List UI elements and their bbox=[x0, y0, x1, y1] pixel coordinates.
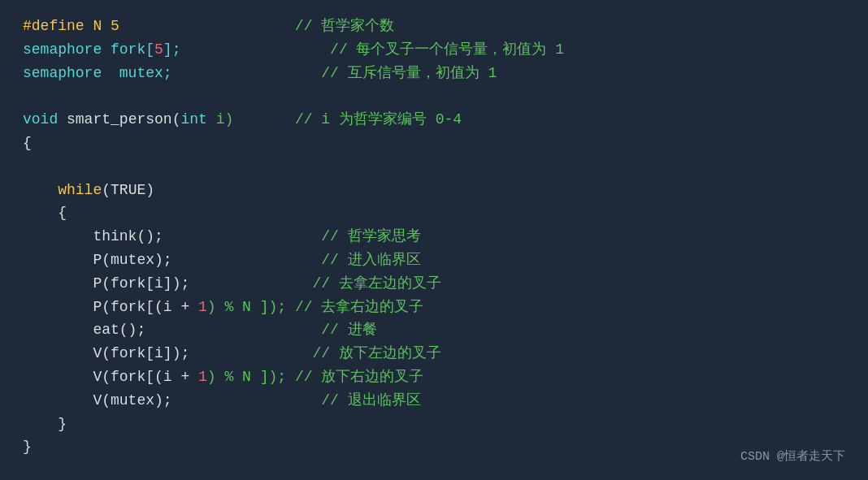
code-container: #define N 5 // 哲学家个数semaphore fork[5]; /… bbox=[0, 0, 868, 480]
code-token: V(fork[(i + bbox=[23, 365, 198, 389]
code-line: eat(); // 进餐 bbox=[23, 318, 845, 342]
code-line: } bbox=[23, 413, 845, 436]
code-line: { bbox=[23, 132, 845, 155]
code-token: think(); bbox=[23, 225, 163, 249]
watermark: CSDN @恒者走天下 bbox=[740, 448, 845, 467]
code-token: smart_person( bbox=[58, 108, 180, 132]
code-token: while bbox=[58, 179, 102, 202]
code-line: P(fork[(i + 1) % N ]); // 去拿右边的叉子 bbox=[23, 296, 845, 319]
code-line: V(mutex); // 退出临界区 bbox=[23, 389, 845, 413]
code-token: 1 bbox=[198, 296, 207, 319]
code-token: V(fork[i]); bbox=[23, 342, 189, 365]
code-line: void smart_person(int i) // i 为哲学家编号 0-4 bbox=[23, 108, 845, 132]
code-token: 1 bbox=[198, 365, 207, 389]
code-line: P(fork[i]); // 去拿左边的叉子 bbox=[23, 272, 845, 296]
code-token: semaphore mutex; bbox=[23, 62, 172, 85]
code-token: // 放下左边的叉子 bbox=[189, 342, 441, 365]
code-line bbox=[23, 155, 845, 179]
code-token: void bbox=[23, 108, 58, 132]
code-line: semaphore mutex; // 互斥信号量，初值为 1 bbox=[23, 62, 845, 85]
code-line: #define N 5 // 哲学家个数 bbox=[23, 15, 845, 38]
code-line: P(mutex); // 进入临界区 bbox=[23, 249, 845, 272]
code-token: } bbox=[23, 413, 67, 436]
code-token: { bbox=[23, 201, 67, 225]
code-token: P(mutex); bbox=[23, 249, 172, 272]
code-token: ]; bbox=[163, 38, 181, 62]
code-token: ) % N ]); // 放下右边的叉子 bbox=[207, 365, 423, 389]
code-token: (TRUE) bbox=[102, 179, 154, 202]
code-line: V(fork[i]); // 放下左边的叉子 bbox=[23, 342, 845, 365]
code-token: P(fork[i]); bbox=[23, 272, 189, 296]
code-token: // 进餐 bbox=[145, 318, 376, 342]
code-line: { bbox=[23, 201, 845, 225]
code-line: semaphore fork[5]; // 每个叉子一个信号量，初值为 1 bbox=[23, 38, 845, 62]
code-line: think(); // 哲学家思考 bbox=[23, 225, 845, 249]
code-block: #define N 5 // 哲学家个数semaphore fork[5]; /… bbox=[23, 15, 845, 459]
code-token: eat(); bbox=[23, 318, 145, 342]
code-token: i) // i 为哲学家编号 0-4 bbox=[207, 108, 462, 132]
code-line: V(fork[(i + 1) % N ]); // 放下右边的叉子 bbox=[23, 365, 845, 389]
code-token: #define N 5 bbox=[23, 15, 119, 38]
code-line bbox=[23, 84, 845, 108]
code-token: // 每个叉子一个信号量，初值为 1 bbox=[180, 38, 564, 62]
code-token: semaphore fork[ bbox=[23, 38, 154, 62]
code-token: // 进入临界区 bbox=[172, 249, 421, 272]
code-token: 5 bbox=[154, 38, 163, 62]
code-line: } bbox=[23, 435, 845, 459]
code-token: // 互斥信号量，初值为 1 bbox=[172, 62, 497, 85]
code-line: while(TRUE) bbox=[23, 179, 845, 202]
code-token: // 退出临界区 bbox=[172, 389, 421, 413]
code-token: int bbox=[180, 108, 206, 132]
code-token: } bbox=[23, 435, 32, 459]
code-token: ) % N ]); // 去拿右边的叉子 bbox=[207, 296, 423, 319]
code-token: V(mutex); bbox=[23, 389, 172, 413]
code-token: // 哲学家思考 bbox=[163, 225, 421, 249]
code-token: // 去拿左边的叉子 bbox=[189, 272, 441, 296]
code-token: { bbox=[23, 132, 32, 155]
code-token: P(fork[(i + bbox=[23, 296, 198, 319]
code-token: // 哲学家个数 bbox=[119, 15, 394, 38]
code-token bbox=[23, 179, 58, 202]
